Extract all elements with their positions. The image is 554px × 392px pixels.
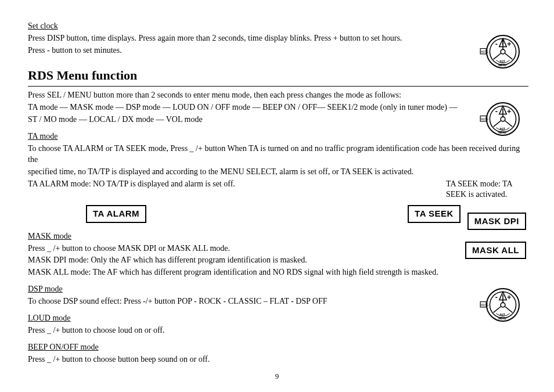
divider	[28, 86, 528, 87]
body-text: MASK DPI mode: Only the AF which has dif…	[28, 255, 528, 266]
display-box: MASK DPI	[467, 213, 526, 230]
svg-point-2	[501, 49, 505, 54]
svg-point-20	[501, 303, 505, 307]
rotary-knob-icon: - + MUTE BST MENU	[480, 99, 526, 139]
body-text: specified time, no TA/TP is displayed an…	[28, 167, 528, 178]
heading-rds-menu: RDS Menu function	[28, 67, 528, 84]
body-text: ST / MO mode — LOCAL / DX mode — VOL mod…	[28, 114, 528, 125]
heading-loud-mode: LOUD mode	[28, 313, 528, 324]
body-text: Press SEL / MENU button more than 2 seco…	[28, 90, 528, 101]
svg-text:-: -	[495, 293, 498, 301]
body-text: MASK ALL mode: The AF which has differen…	[28, 267, 528, 278]
svg-text:-: -	[495, 107, 498, 116]
heading-ta-mode: TA mode	[28, 131, 528, 142]
heading-beep-mode: BEEP ON/OFF mode	[28, 342, 528, 353]
svg-point-11	[501, 117, 505, 121]
rotary-knob-icon: - + MUTE BST MENU	[480, 285, 526, 325]
svg-text:-: -	[495, 40, 498, 48]
display-label-ta-seek: TA SEEK	[408, 205, 461, 222]
display-box: MASK ALL	[465, 242, 526, 259]
ta-columns: TA ALARM mode: NO TA/TP is displayed and…	[28, 179, 528, 202]
manual-page: - + MUTE BST MENU - + MUTE BST	[0, 0, 554, 392]
ta-label-row: TA ALARM TA SEEK	[28, 205, 528, 222]
display-label-mask-all: MASK ALL	[465, 242, 526, 259]
svg-text:MENU: MENU	[498, 317, 506, 320]
svg-text:MENU: MENU	[498, 64, 506, 67]
body-text: TA mode — MASK mode — DSP mode — LOUD ON…	[28, 102, 528, 113]
svg-text:MENU: MENU	[498, 131, 506, 134]
svg-text:+: +	[507, 293, 511, 301]
svg-text:+: +	[507, 40, 511, 48]
heading-dsp-mode: DSP mode	[28, 284, 528, 295]
body-text: Press DISP button, time displays. Press …	[28, 33, 528, 44]
body-text: TA SEEK mode: TA SEEK is activated.	[446, 179, 528, 201]
body-text: TA ALARM mode: NO TA/TP is displayed and…	[28, 179, 446, 190]
svg-text:MUTE: MUTE	[481, 51, 488, 53]
body-text: To choose TA ALARM or TA SEEK mode, Pres…	[28, 143, 528, 166]
svg-text:MUTE: MUTE	[481, 118, 488, 121]
heading-mask-mode: MASK mode	[28, 231, 528, 242]
display-label-mask-dpi: MASK DPI	[467, 213, 526, 230]
body-text: Press _ /+ button to choose button beep …	[28, 354, 528, 365]
heading-set-clock: Set clock	[28, 21, 528, 32]
body-text: Press _ /+ button to choose MASK DPI or …	[28, 243, 528, 254]
page-content: - + MUTE BST MENU - + MUTE BST	[28, 21, 528, 365]
svg-text:+: +	[507, 107, 511, 116]
display-label-ta-alarm: TA ALARM	[86, 205, 146, 222]
svg-text:MUTE: MUTE	[481, 304, 488, 307]
page-number: 9	[0, 371, 554, 382]
body-text: Press - button to set minutes.	[28, 45, 528, 56]
body-text: Press _ /+ button to choose loud on or o…	[28, 325, 528, 336]
body-text: To choose DSP sound effect: Press -/+ bu…	[28, 296, 528, 307]
rotary-knob-icon: - + MUTE BST MENU	[480, 31, 526, 72]
